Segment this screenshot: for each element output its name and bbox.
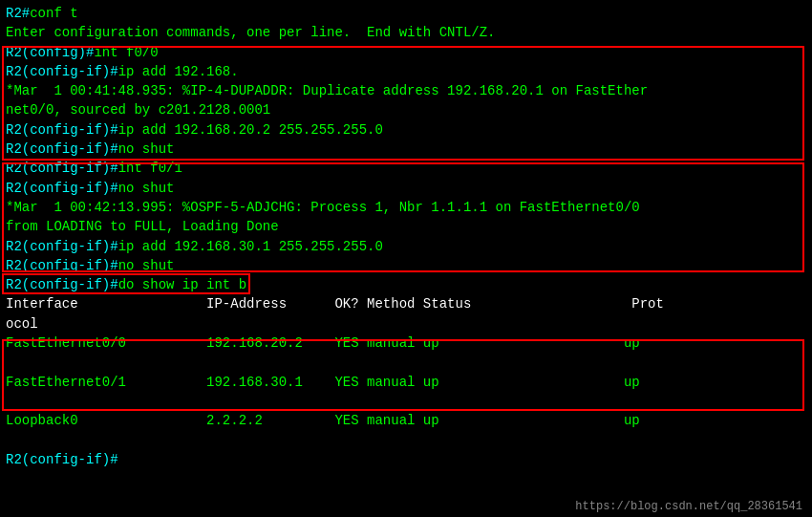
terminal-line: R2(config-if)#int f0/1 [6, 159, 806, 178]
terminal-line: R2(config-if)#ip add 192.168.30.1 255.25… [6, 237, 806, 256]
terminal-line: Interface IP-Address OK? Method Status P… [6, 294, 806, 313]
terminal-line: net0/0, sourced by c201.2128.0001 [6, 100, 806, 119]
terminal-line: from LOADING to FULL, Loading Done [6, 217, 806, 236]
terminal-line: FastEthernet0/1 192.168.30.1 YES manual … [6, 373, 806, 392]
terminal-line: R2(config-if)# [6, 450, 806, 469]
terminal-line: Enter configuration commands, one per li… [6, 23, 806, 42]
terminal-line: R2(config-if)#no shut [6, 179, 806, 198]
terminal-line [6, 431, 806, 450]
terminal-line: R2(config-if)#ip add 192.168. [6, 62, 806, 81]
terminal: R2#conf t Enter configuration commands, … [0, 0, 812, 517]
terminal-line: R2(config-if)#do show ip int b [6, 275, 806, 294]
terminal-line [6, 392, 806, 411]
terminal-line [6, 353, 806, 372]
terminal-line: *Mar 1 00:41:48.935: %IP-4-DUPADDR: Dupl… [6, 81, 806, 100]
terminal-line: R2(config-if)#no shut [6, 140, 806, 159]
terminal-line: R2(config-if)#no shut [6, 256, 806, 275]
terminal-line: R2(config)#int f0/0 [6, 43, 806, 62]
terminal-line: ocol [6, 314, 806, 334]
terminal-line: R2(config-if)#ip add 192.168.20.2 255.25… [6, 120, 806, 140]
footer-url: https://blog.csdn.net/qq_28361541 [575, 500, 802, 513]
terminal-line: R2#conf t [6, 4, 806, 23]
terminal-line: Loopback0 2.2.2.2 YES manual up up [6, 411, 806, 430]
terminal-line: FastEthernet0/0 192.168.20.2 YES manual … [6, 334, 806, 353]
terminal-line: *Mar 1 00:42:13.995: %OSPF-5-ADJCHG: Pro… [6, 198, 806, 217]
